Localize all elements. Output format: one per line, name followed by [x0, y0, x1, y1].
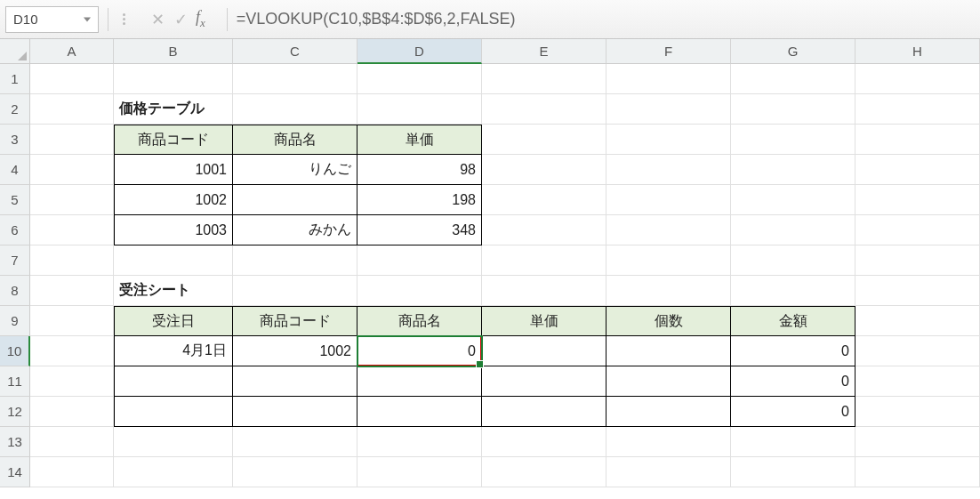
- cell[interactable]: [233, 64, 357, 94]
- cell[interactable]: 1002: [114, 185, 233, 215]
- cell[interactable]: [482, 185, 606, 215]
- cell[interactable]: [731, 457, 855, 487]
- cell[interactable]: [482, 427, 606, 457]
- cell[interactable]: [855, 427, 980, 457]
- cell[interactable]: 4月1日: [114, 336, 233, 366]
- cell[interactable]: [482, 336, 606, 366]
- cell[interactable]: りんご: [233, 155, 357, 185]
- cell[interactable]: みかん: [233, 215, 357, 245]
- cancel-icon[interactable]: ✕: [146, 10, 169, 29]
- t2-h0[interactable]: 受注日: [114, 306, 233, 336]
- cell[interactable]: 98: [357, 155, 482, 185]
- table2-title[interactable]: 受注シート: [114, 276, 233, 306]
- cell[interactable]: [855, 276, 980, 306]
- active-cell[interactable]: 0: [357, 336, 482, 366]
- cell[interactable]: [30, 397, 114, 427]
- cell[interactable]: [855, 457, 980, 487]
- cell[interactable]: [114, 457, 233, 487]
- cell[interactable]: [606, 457, 731, 487]
- cell[interactable]: [731, 276, 855, 306]
- cell[interactable]: [855, 215, 980, 245]
- cell[interactable]: [731, 215, 855, 245]
- col-header-F[interactable]: F: [606, 39, 731, 64]
- cell[interactable]: [357, 276, 482, 306]
- cell[interactable]: [114, 64, 233, 94]
- cell[interactable]: [731, 94, 855, 125]
- cell[interactable]: [731, 185, 855, 215]
- cell[interactable]: 0: [731, 397, 855, 427]
- row-header-9[interactable]: 9: [0, 306, 30, 336]
- cell[interactable]: [357, 245, 482, 276]
- cell[interactable]: [606, 276, 731, 306]
- row-header-6[interactable]: 6: [0, 215, 30, 245]
- spreadsheet-grid[interactable]: A B C D E F G H 1 2 価格テーブル 3 商品コード 商品名 単…: [0, 39, 980, 487]
- cell[interactable]: [30, 94, 114, 125]
- cell[interactable]: [30, 245, 114, 276]
- cell[interactable]: [357, 457, 482, 487]
- cell[interactable]: [357, 64, 482, 94]
- cell[interactable]: [233, 457, 357, 487]
- cell[interactable]: [731, 125, 855, 155]
- row-header-7[interactable]: 7: [0, 245, 30, 276]
- cell[interactable]: [855, 94, 980, 125]
- cell[interactable]: [855, 245, 980, 276]
- cell[interactable]: 0: [731, 366, 855, 397]
- cell[interactable]: [114, 427, 233, 457]
- cell[interactable]: 1001: [114, 155, 233, 185]
- cell[interactable]: [30, 125, 114, 155]
- t1-h0[interactable]: 商品コード: [114, 125, 233, 155]
- cell[interactable]: 0: [731, 336, 855, 366]
- cell[interactable]: [606, 215, 731, 245]
- name-box[interactable]: D10: [5, 6, 99, 33]
- cell[interactable]: [30, 336, 114, 366]
- cell[interactable]: [357, 94, 482, 125]
- cell[interactable]: [482, 155, 606, 185]
- cell[interactable]: [606, 336, 731, 366]
- fx-icon[interactable]: fx: [196, 8, 205, 30]
- cell[interactable]: [482, 245, 606, 276]
- col-header-B[interactable]: B: [114, 39, 233, 64]
- cell[interactable]: [357, 366, 482, 397]
- cell[interactable]: [482, 366, 606, 397]
- col-header-E[interactable]: E: [482, 39, 606, 64]
- formula-input[interactable]: =VLOOKUP(C10,$B$4:$D$6,2,FALSE): [237, 10, 975, 28]
- t2-h4[interactable]: 個数: [606, 306, 731, 336]
- cell[interactable]: [233, 185, 357, 215]
- cell[interactable]: [30, 306, 114, 336]
- cell[interactable]: [482, 215, 606, 245]
- row-header-2[interactable]: 2: [0, 94, 30, 125]
- cell[interactable]: [30, 457, 114, 487]
- cell[interactable]: [606, 155, 731, 185]
- cell[interactable]: [30, 185, 114, 215]
- cell[interactable]: [606, 397, 731, 427]
- table1-title[interactable]: 価格テーブル: [114, 94, 233, 125]
- cell[interactable]: [482, 64, 606, 94]
- cell[interactable]: [731, 155, 855, 185]
- cell[interactable]: [114, 366, 233, 397]
- cell[interactable]: 198: [357, 185, 482, 215]
- cell[interactable]: [606, 185, 731, 215]
- cell[interactable]: [30, 64, 114, 94]
- cell[interactable]: [606, 64, 731, 94]
- row-header-8[interactable]: 8: [0, 276, 30, 306]
- cell[interactable]: [233, 245, 357, 276]
- row-header-3[interactable]: 3: [0, 125, 30, 155]
- cell[interactable]: [855, 336, 980, 366]
- row-header-14[interactable]: 14: [0, 457, 30, 487]
- t1-h2[interactable]: 単価: [357, 125, 482, 155]
- row-header-1[interactable]: 1: [0, 64, 30, 94]
- row-header-11[interactable]: 11: [0, 366, 30, 397]
- cell[interactable]: [482, 457, 606, 487]
- row-header-12[interactable]: 12: [0, 397, 30, 427]
- enter-icon[interactable]: ✓: [169, 10, 192, 29]
- cell[interactable]: [731, 427, 855, 457]
- cell[interactable]: [606, 245, 731, 276]
- cell[interactable]: [30, 427, 114, 457]
- cell[interactable]: [482, 276, 606, 306]
- cell[interactable]: [482, 125, 606, 155]
- col-header-D[interactable]: D: [357, 39, 482, 64]
- row-header-4[interactable]: 4: [0, 155, 30, 185]
- cell[interactable]: [606, 427, 731, 457]
- cell[interactable]: [855, 306, 980, 336]
- row-header-5[interactable]: 5: [0, 185, 30, 215]
